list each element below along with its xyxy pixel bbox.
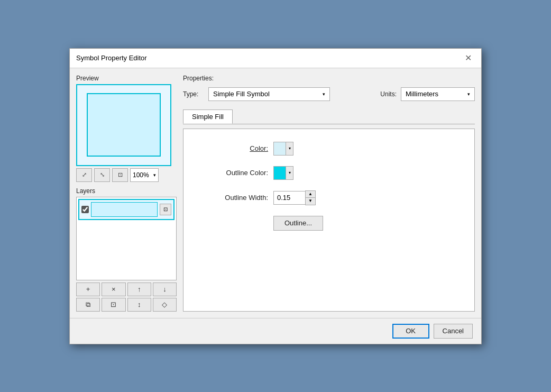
color-label: Color: <box>205 144 268 152</box>
diamond-btn[interactable]: ◇ <box>153 298 177 312</box>
outline-color-dropdown-icon[interactable]: ▾ <box>286 167 293 179</box>
layers-label: Layers <box>76 187 177 195</box>
title-bar: Symbol Property Editor ✕ <box>70 49 481 68</box>
layer-options-btn[interactable]: ⊡ <box>160 204 171 215</box>
color-label-text: Color: <box>250 144 268 152</box>
outline-button[interactable]: Outline... <box>273 216 323 231</box>
outline-color-picker-btn[interactable]: ▾ <box>273 166 293 180</box>
dialog-title: Symbol Property Editor <box>76 54 147 62</box>
left-panel: Preview ⤢ ⤡ ⊡ 100% ▾ Layers <box>76 75 177 312</box>
layer-toolbar-2: ⧉ ⊡ ↕ ◇ <box>76 298 177 312</box>
color-swatch <box>274 142 286 155</box>
paste-btn[interactable]: ⊡ <box>102 298 125 312</box>
tab-simple-fill[interactable]: Simple Fill <box>183 110 233 124</box>
outline-width-input[interactable] <box>273 191 305 205</box>
preview-inner <box>87 93 161 157</box>
zoom-select[interactable]: 100% ▾ <box>130 168 159 182</box>
outline-width-spinner: ▲ ▼ <box>305 190 316 205</box>
type-row: Type: Simple Fill Symbol ▾ Units: Millim… <box>183 87 475 101</box>
outline-btn-row: Outline... <box>205 216 453 231</box>
zoom-fit-btn1[interactable]: ⤢ <box>76 168 92 182</box>
add-layer-btn[interactable]: + <box>76 282 100 296</box>
move-btn[interactable]: ↕ <box>127 298 151 312</box>
units-label: Units: <box>380 90 397 98</box>
spinner-down-btn[interactable]: ▼ <box>306 198 315 205</box>
zoom-chevron-icon: ▾ <box>153 172 156 178</box>
color-row: Color: ▾ <box>205 142 453 156</box>
layers-list: ⊡ <box>76 197 177 280</box>
type-chevron-icon: ▾ <box>323 92 325 97</box>
ok-button[interactable]: OK <box>392 324 429 339</box>
remove-layer-btn[interactable]: × <box>102 282 125 296</box>
layer-preview-swatch <box>91 202 158 217</box>
close-button[interactable]: ✕ <box>462 53 475 63</box>
move-up-btn[interactable]: ↑ <box>127 282 151 296</box>
preview-label: Preview <box>76 75 177 82</box>
type-label: Type: <box>183 90 204 98</box>
type-select-value: Simple Fill Symbol <box>213 90 270 98</box>
cancel-button[interactable]: Cancel <box>434 324 473 339</box>
symbol-property-editor-dialog: Symbol Property Editor ✕ Preview ⤢ ⤡ ⊡ 1… <box>69 48 482 344</box>
color-picker-btn[interactable]: ▾ <box>273 142 293 156</box>
copy-btn[interactable]: ⧉ <box>76 298 100 312</box>
dialog-body: Preview ⤢ ⤡ ⊡ 100% ▾ Layers <box>70 68 481 318</box>
type-select[interactable]: Simple Fill Symbol ▾ <box>208 87 330 101</box>
properties-panel: Color: ▾ Outline Color: ▾ <box>183 129 475 312</box>
layer-checkbox[interactable] <box>81 206 89 213</box>
outline-color-swatch <box>274 167 286 179</box>
color-dropdown-icon[interactable]: ▾ <box>286 142 293 155</box>
preview-box <box>76 84 171 166</box>
outline-width-label: Outline Width: <box>205 194 268 202</box>
outline-color-label: Outline Color: <box>205 169 268 177</box>
right-panel: Properties: Type: Simple Fill Symbol ▾ U… <box>183 75 475 312</box>
outline-width-row: Outline Width: ▲ ▼ <box>205 190 453 205</box>
units-select[interactable]: Millimeters ▾ <box>401 87 475 101</box>
outline-color-row: Outline Color: ▾ <box>205 166 453 180</box>
spinner-up-btn[interactable]: ▲ <box>306 191 315 198</box>
layer-toolbar: + × ↑ ↓ <box>76 282 177 296</box>
zoom-controls: ⤢ ⤡ ⊡ 100% ▾ <box>76 168 177 182</box>
zoom-reset-btn[interactable]: ⊡ <box>112 168 128 182</box>
move-down-btn[interactable]: ↓ <box>153 282 177 296</box>
units-chevron-icon: ▾ <box>467 92 470 97</box>
dialog-footer: OK Cancel <box>70 318 481 344</box>
properties-label: Properties: <box>183 75 475 82</box>
zoom-fit-btn2[interactable]: ⤡ <box>94 168 110 182</box>
units-select-value: Millimeters <box>406 90 438 98</box>
list-item[interactable]: ⊡ <box>78 199 175 220</box>
outline-width-control: ▲ ▼ <box>273 190 316 205</box>
layers-section: Layers ⊡ + × ↑ ↓ ⧉ ⊡ ↕ <box>76 187 177 312</box>
preview-section: Preview ⤢ ⤡ ⊡ 100% ▾ <box>76 75 177 182</box>
tab-bar: Simple Fill <box>183 110 475 124</box>
